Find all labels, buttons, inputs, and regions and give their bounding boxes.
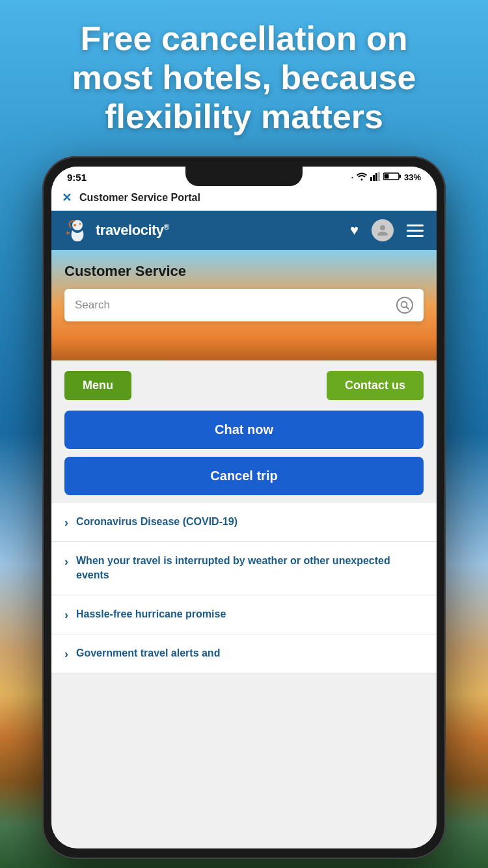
wifi-icon	[356, 172, 368, 183]
cancel-trip-button[interactable]: Cancel trip	[64, 457, 424, 495]
phone-shell: 9:51 ·	[42, 156, 446, 859]
faq-item-covid[interactable]: › Coronavirus Disease (COVID-19)	[51, 503, 437, 542]
browser-title: Customer Service Portal	[79, 192, 200, 204]
svg-rect-6	[384, 174, 388, 179]
chevron-right-icon: ›	[64, 555, 68, 569]
svg-point-9	[79, 223, 81, 225]
faq-list: › Coronavirus Disease (COVID-19) › When …	[51, 503, 437, 673]
contact-us-button[interactable]: Contact us	[327, 371, 424, 400]
profile-avatar[interactable]	[372, 219, 394, 241]
phone-notch	[185, 167, 303, 186]
faq-item-label: Coronavirus Disease (COVID-19)	[76, 515, 237, 529]
faq-item-label: Hassle-free hurricane promise	[76, 607, 226, 621]
main-content: Menu Contact us Chat now Cancel trip › C…	[51, 360, 437, 673]
chat-now-button[interactable]: Chat now	[64, 411, 424, 449]
faq-item-label: Government travel alerts and	[76, 646, 220, 660]
menu-button[interactable]: Menu	[64, 371, 131, 400]
search-icon	[396, 297, 413, 314]
svg-rect-3	[378, 172, 380, 181]
battery-percent: 33%	[404, 172, 421, 182]
close-tab-button[interactable]: ✕	[62, 191, 72, 205]
nav-icons: ♥	[350, 219, 424, 241]
action-button-row: Menu Contact us	[51, 360, 437, 411]
browser-bar: ✕ Customer Service Portal	[51, 185, 437, 211]
faq-item-hurricane[interactable]: › Hassle-free hurricane promise	[51, 595, 437, 634]
battery-icon	[383, 172, 401, 183]
status-icons: ·	[351, 172, 421, 183]
page-title: Customer Service	[64, 263, 424, 280]
logo-container: travelocity®	[64, 219, 169, 242]
status-time: 9:51	[67, 172, 87, 183]
favorites-heart-icon[interactable]: ♥	[350, 222, 359, 239]
chevron-right-icon: ›	[64, 608, 68, 622]
chevron-right-icon: ›	[64, 647, 68, 661]
faq-item-government[interactable]: › Government travel alerts and	[51, 634, 437, 673]
travelocity-gnome-icon	[64, 219, 90, 242]
signal-icon	[370, 172, 381, 183]
nav-bar: travelocity® ♥	[51, 211, 437, 250]
phone-screen: 9:51 ·	[51, 167, 437, 848]
svg-rect-1	[373, 175, 375, 181]
faq-item-weather[interactable]: › When your travel is interrupted by wea…	[51, 542, 437, 595]
svg-point-10	[380, 225, 385, 230]
hero-section: Customer Service Search	[51, 250, 437, 360]
svg-rect-5	[399, 175, 401, 178]
hero-content: Customer Service Search	[51, 250, 437, 332]
svg-rect-2	[375, 173, 377, 181]
chevron-right-icon: ›	[64, 516, 68, 530]
svg-line-12	[407, 307, 409, 310]
dot-indicator: ·	[351, 173, 353, 182]
hamburger-menu-button[interactable]	[407, 224, 424, 237]
svg-rect-0	[370, 177, 372, 181]
headline-text: Free cancellation on most hotels, becaus…	[0, 20, 488, 136]
brand-name: travelocity®	[96, 222, 169, 239]
search-box[interactable]: Search	[64, 289, 424, 321]
search-input[interactable]: Search	[75, 299, 390, 312]
svg-point-8	[74, 224, 76, 226]
faq-item-label: When your travel is interrupted by weath…	[76, 554, 424, 583]
